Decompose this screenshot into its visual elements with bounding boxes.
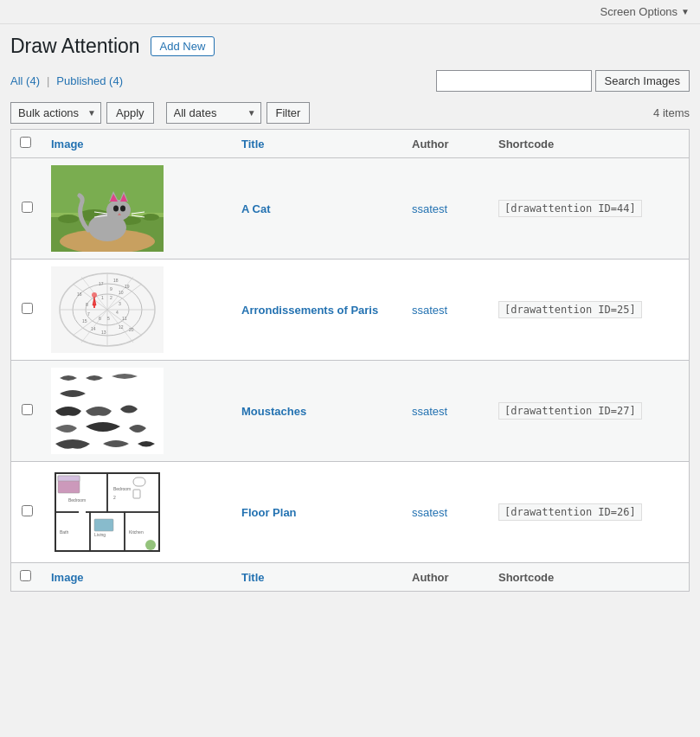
col-header-title: Title	[233, 130, 403, 158]
row-title-link[interactable]: Arrondissements of Paris	[241, 304, 378, 317]
filter-all-link[interactable]: All (4)	[10, 74, 40, 87]
filter-separator: |	[47, 74, 49, 87]
row-title-cell: Arrondissements of Paris	[233, 260, 403, 361]
row-author-link[interactable]: ssatest	[412, 506, 447, 519]
col-footer-cb	[11, 563, 42, 592]
row-checkbox[interactable]	[22, 202, 33, 213]
svg-point-33	[92, 292, 97, 298]
row-author-cell: ssatest	[403, 158, 490, 260]
images-table: Image Title Author Shortcode	[11, 130, 689, 591]
add-new-button[interactable]: Add New	[151, 36, 215, 56]
content-area: Image Title Author Shortcode	[10, 129, 690, 592]
svg-text:Bedroom: Bedroom	[113, 486, 131, 491]
svg-text:2: 2	[113, 495, 116, 500]
col-title-footer-sort-link[interactable]: Title	[241, 571, 265, 584]
table-footer-row: Image Title Author Shortcode	[11, 563, 689, 592]
date-select-wrapper: All dates ▼	[166, 102, 261, 124]
svg-point-14	[113, 206, 119, 212]
filter-all-count: (4)	[26, 74, 40, 87]
row-checkbox-cell	[11, 361, 42, 462]
shortcode-badge: [drawattention ID=26]	[498, 503, 642, 521]
col-image-footer-sort-link[interactable]: Image	[51, 571, 84, 584]
svg-text:11: 11	[122, 316, 127, 321]
row-shortcode-cell: [drawattention ID=27]	[490, 361, 689, 462]
date-select[interactable]: All dates	[166, 102, 261, 124]
svg-text:7: 7	[87, 311, 90, 317]
filter-button[interactable]: Filter	[267, 102, 311, 124]
col-title-sort-link[interactable]: Title	[241, 138, 265, 151]
table-row: Moustachesssatest[drawattention ID=27]	[11, 361, 689, 462]
row-image-cell	[42, 361, 233, 462]
search-images-button[interactable]: Search Images	[595, 70, 690, 92]
apply-button[interactable]: Apply	[106, 102, 154, 124]
svg-text:12: 12	[119, 324, 124, 330]
cat-image	[51, 165, 164, 252]
col-header-shortcode: Shortcode	[490, 130, 689, 158]
col-shortcode-label: Shortcode	[498, 138, 554, 151]
filter-published-count: (4)	[109, 74, 123, 87]
screen-options-button[interactable]: Screen Options ▼	[600, 5, 690, 18]
svg-text:15: 15	[82, 318, 87, 324]
row-title-cell: Moustaches	[233, 361, 403, 462]
screen-options-label: Screen Options	[600, 5, 678, 18]
col-header-image: Image	[42, 130, 233, 158]
row-author-cell: ssatest	[403, 361, 490, 462]
col-footer-author: Author	[403, 563, 490, 592]
row-shortcode-cell: [drawattention ID=25]	[490, 260, 689, 361]
row-image-cell	[42, 158, 233, 260]
search-bar: Search Images	[436, 70, 690, 92]
svg-text:5: 5	[107, 316, 110, 321]
svg-text:Bedroom: Bedroom	[68, 497, 86, 503]
row-checkbox-cell	[11, 158, 42, 260]
svg-text:14: 14	[91, 326, 96, 331]
bulk-actions-select[interactable]: Bulk actions	[10, 102, 101, 124]
select-all-checkbox[interactable]	[20, 137, 31, 148]
col-footer-shortcode: Shortcode	[490, 563, 689, 592]
svg-text:Bath: Bath	[60, 529, 69, 535]
row-checkbox[interactable]	[22, 303, 33, 314]
page-header: Draw Attention Add New	[0, 24, 700, 65]
row-title-cell: A Cat	[233, 158, 403, 260]
row-checkbox[interactable]	[22, 404, 33, 415]
row-shortcode-cell: [drawattention ID=26]	[490, 462, 689, 563]
table-header-row: Image Title Author Shortcode	[11, 130, 689, 158]
floorplan-image: Bedroom Bedroom 2 Bath Living Kitchen	[51, 469, 164, 555]
filter-published-link[interactable]: Published (4)	[56, 74, 123, 87]
svg-text:Kitchen: Kitchen	[129, 529, 144, 535]
col-footer-title: Title	[233, 563, 403, 592]
row-title-link[interactable]: Moustaches	[241, 405, 306, 418]
bulk-actions-select-wrapper: Bulk actions ▼	[10, 102, 101, 124]
top-bar: Screen Options ▼	[0, 0, 700, 24]
row-author-cell: ssatest	[403, 462, 490, 563]
svg-text:2: 2	[110, 295, 112, 300]
svg-rect-68	[79, 511, 86, 513]
page-title: Draw Attention	[10, 35, 140, 58]
svg-rect-69	[105, 495, 106, 502]
filter-all-label: All	[10, 74, 22, 87]
svg-text:6: 6	[99, 316, 101, 321]
select-all-footer-checkbox[interactable]	[20, 570, 31, 581]
row-title-cell: Floor Plan	[233, 462, 403, 563]
col-header-author: Author	[403, 130, 490, 158]
search-input[interactable]	[436, 70, 592, 92]
shortcode-badge: [drawattention ID=27]	[498, 402, 642, 420]
table-row: Bedroom Bedroom 2 Bath Living Kitchen Fl…	[11, 462, 689, 563]
row-checkbox[interactable]	[22, 505, 33, 516]
row-author-link[interactable]: ssatest	[412, 202, 447, 215]
col-header-cb	[11, 130, 42, 158]
row-author-link[interactable]: ssatest	[412, 304, 447, 317]
row-image-cell: 1 2 3 4 5 6 7 8 9 10 11 12 13 14 15 16 1…	[42, 260, 233, 361]
row-title-link[interactable]: A Cat	[241, 202, 270, 215]
row-image-cell: Bedroom Bedroom 2 Bath Living Kitchen	[42, 462, 233, 563]
row-author-link[interactable]: ssatest	[412, 405, 447, 418]
row-title-link[interactable]: Floor Plan	[241, 506, 297, 519]
svg-point-67	[145, 540, 156, 550]
screen-options-arrow: ▼	[681, 7, 690, 16]
svg-text:17: 17	[99, 281, 104, 286]
action-bar: Bulk actions ▼ Apply All dates ▼ Filter …	[0, 97, 700, 129]
col-shortcode-footer-label: Shortcode	[498, 571, 554, 584]
filter-published-label: Published	[56, 74, 106, 87]
row-checkbox-cell	[11, 260, 42, 361]
col-image-sort-link[interactable]: Image	[51, 138, 84, 151]
svg-text:20: 20	[129, 327, 134, 332]
